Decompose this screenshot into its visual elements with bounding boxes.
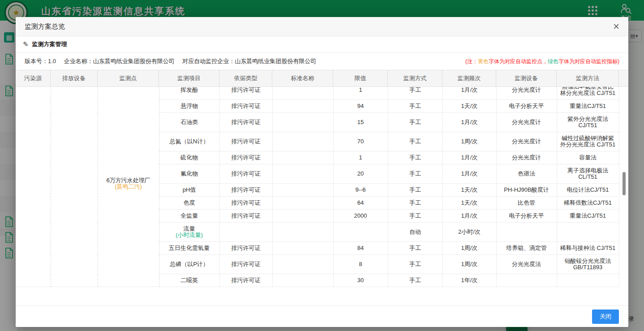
cell-limit-value: 9--6 [333,184,388,197]
column-header: 限值 [333,70,388,86]
cell-monitor-device [496,223,557,242]
cell-monitor-item: 总磷（以P计） [159,255,219,274]
cell-monitor-frequency: 1年/次 [442,274,496,287]
column-header: 污染源 [16,70,51,86]
column-header: 依据类型 [219,70,272,86]
cell-monitor-method: 离子选择电极法 CL/T51 [557,164,619,184]
cell-monitor-item: 悬浮物 [159,100,219,113]
cell-monitor-item: 二噁英 [159,274,219,287]
cell-monitor-item: pH值 [159,184,219,197]
version-value: 1.0 [48,58,56,64]
cell-standard-name [272,132,333,151]
column-header: 监测设备 [496,70,557,86]
table-scrollbar-thumb[interactable] [623,172,626,195]
cell-monitor-item-sub: (小时流量) [163,232,216,238]
cell-basis-type: 排污许可证 [219,87,272,100]
cell-basis-type: 排污许可证 [219,242,272,255]
note-yellow: 黄色 [478,58,489,64]
plan-info: 版本号：1.0 企业名称：山东晨鸣纸业集团股份有限公司 对应自动监控企业：山东晨… [25,57,316,65]
close-button[interactable]: 关闭 [592,310,619,324]
column-header: 排放设备 [51,70,98,86]
auto-company-value: 山东晨鸣纸业集团股份有限公司 [235,58,316,64]
column-header: 监测频次 [442,70,496,86]
cell-monitor-device: 分光光度法 [496,255,557,274]
note-text: (注：黄色字体为对应自动监控点，绿色字体为对应自动监控指标) [465,58,619,65]
auto-company-label: 对应自动监控企业： [182,58,235,64]
cell-monitor-item: 五日生化需氧量 [159,242,219,255]
cell-monitor-device: 分光光度计 [496,132,557,151]
cell-monitor-method: 蒸馏后4-氨基安替比林分光光度法 CJ/T51 [557,87,619,100]
cell-monitor-device [496,274,557,287]
cell-limit-value: 8 [333,255,388,274]
table-header-row: 污染源排放设备监测点监测项目依据类型标准名称限值监测方式监测频次监测设备监测方法 [16,70,628,87]
cell-limit-value: 64 [333,197,388,210]
cell-monitor-frequency: 1天/次 [442,100,496,113]
cell-basis-type: 排污许可证 [219,151,272,164]
column-header: 监测项目 [159,70,219,86]
note-part: 字体为对应自动监控指标) [558,58,619,64]
cell-standard-name [272,184,333,197]
cell-monitor-frequency: 2小时/次 [442,223,496,242]
cell-monitor-method: 重量法CJ/T51 [557,100,619,113]
cell-basis-type: 排污许可证 [219,255,272,274]
info-row: 版本号：1.0 企业名称：山东晨鸣纸业集团股份有限公司 对应自动监控企业：山东晨… [16,53,628,70]
cell-monitor-mode: 手工 [388,113,442,132]
modal-footer: 关闭 [16,305,628,327]
cell-standard-name [272,223,333,242]
cell-standard-name [272,87,333,100]
cell-basis-type [219,223,272,242]
discharge-device-cell [51,87,98,287]
cell-limit-value: 84 [333,242,388,255]
cell-monitor-frequency: 1月/次 [442,210,496,223]
cell-limit-value: 94 [333,100,388,113]
cell-monitor-device: 分光光度计 [496,87,557,100]
monitoring-plan-modal: 监测方案总览 × ✎ 监测方案管理 版本号：1.0 企业名称：山东晨鸣纸业集团股… [16,17,628,327]
section-title: 监测方案管理 [32,40,67,48]
cell-standard-name [272,210,333,223]
cell-limit-value: 2000 [333,210,388,223]
close-icon[interactable]: × [613,21,619,32]
cell-monitor-method: 稀释倍数法CJ/T51 [557,197,619,210]
monitor-point-cell: 6万方污水处理厂(晨鸣二污) [98,87,159,287]
cell-monitor-frequency: 1周/次 [442,132,496,151]
modal-title: 监测方案总览 [25,22,65,31]
cell-monitor-device: 电子分析天平 [496,210,557,223]
company-label: 企业名称： [64,58,93,64]
cell-basis-type: 排污许可证 [219,132,272,151]
column-header: 监测点 [98,70,159,86]
cell-standard-name [272,274,333,287]
cell-monitor-method: 电位计法CJ/T51 [557,184,619,197]
cell-monitor-mode: 手工 [388,210,442,223]
cell-standard-name [272,197,333,210]
monitor-point-alias: (晨鸣二污) [101,184,156,190]
cell-basis-type: 排污许可证 [219,184,272,197]
cell-monitor-device: 分光光度计 [496,113,557,132]
cell-standard-name [272,151,333,164]
cell-monitor-method: 紫外分光光度法 CJ/T51 [557,113,619,132]
cell-monitor-item: 流量(小时流量) [159,223,219,242]
cell-monitor-item: 石油类 [159,113,219,132]
company-value: 山东晨鸣纸业集团股份有限公司 [93,58,175,64]
cell-basis-type: 排污许可证 [219,274,272,287]
column-header: 监测方式 [388,70,442,86]
cell-monitor-mode: 自动 [388,223,442,242]
cell-standard-name [272,100,333,113]
cell-monitor-mode: 手工 [388,151,442,164]
edit-pencil-icon: ✎ [23,40,29,48]
cell-monitor-method: 钼酸铵分光光度法 GB/T11893 [557,255,619,274]
cell-monitor-mode: 手工 [388,197,442,210]
table-row: 6万方污水处理厂(晨鸣二污)挥发酚排污许可证1手工1月/次分光光度计蒸馏后4-氨… [16,87,619,100]
cell-monitor-device: 电子分析天平 [496,100,557,113]
cell-basis-type: 排污许可证 [219,164,272,184]
cell-limit-value [333,223,388,242]
cell-monitor-item: 挥发酚 [159,87,219,100]
cell-standard-name [272,113,333,132]
version-label: 版本号： [25,58,48,64]
cell-monitor-mode: 手工 [388,87,442,100]
cell-monitor-method: 碱性过硫酸钾消解紫外分光光度法 CJ/T51 [557,132,619,151]
cell-monitor-frequency: 1月/次 [442,87,496,100]
cell-limit-value: 20 [333,164,388,184]
cell-limit-value: 1 [333,151,388,164]
cell-limit-value: 15 [333,113,388,132]
cell-monitor-mode: 手工 [388,274,442,287]
